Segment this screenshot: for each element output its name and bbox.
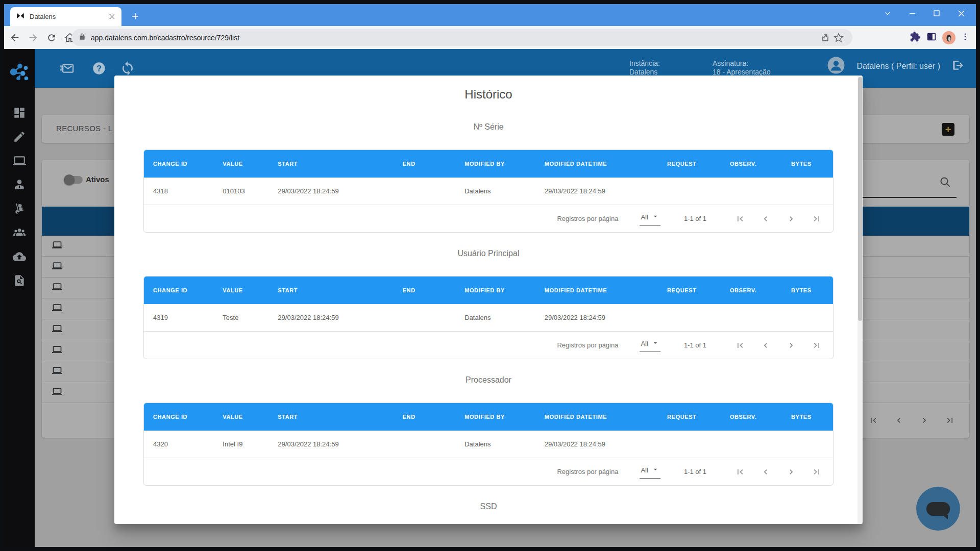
- column-header: BYTES: [782, 414, 833, 420]
- column-header: REQUEST: [658, 414, 721, 420]
- document-search-icon[interactable]: [13, 274, 26, 287]
- column-header: START: [268, 414, 393, 420]
- last-page-icon[interactable]: [812, 214, 822, 224]
- page-size-select[interactable]: All: [640, 212, 660, 226]
- extensions-puzzle-icon[interactable]: [910, 31, 921, 44]
- browser-window: Datalens app.datalens.com.br/cadastro/re…: [0, 0, 980, 551]
- browser-titlebar: Datalens: [4, 4, 976, 26]
- table-cell: 29/03/2022 18:24:59: [535, 314, 658, 321]
- column-header: BYTES: [782, 161, 833, 167]
- chevron-right-icon[interactable]: [786, 340, 796, 350]
- rows-per-page-label: Registros por página: [557, 341, 618, 349]
- sync-icon[interactable]: [119, 60, 136, 77]
- new-tab-button[interactable]: [129, 10, 142, 23]
- dashboard-icon[interactable]: [13, 106, 26, 119]
- last-page-icon[interactable]: [812, 467, 822, 477]
- column-header: OBSERV.: [721, 161, 782, 167]
- handtruck-icon[interactable]: [13, 202, 26, 215]
- tab-close-icon[interactable]: [107, 12, 116, 21]
- account-avatar-icon[interactable]: [827, 56, 845, 77]
- help-icon[interactable]: ?: [91, 60, 107, 77]
- column-header: CHANGE ID: [144, 287, 213, 293]
- column-header: MODIFIED DATETIME: [535, 161, 658, 167]
- historico-modal: Histórico Nº SérieCHANGE IDVALUESTARTEND…: [114, 76, 863, 524]
- browser-tab[interactable]: Datalens: [10, 7, 121, 26]
- column-header: BYTES: [782, 287, 833, 293]
- side-panel-icon[interactable]: [926, 31, 937, 44]
- table-row[interactable]: 4320Intel I929/03/2022 18:24:59Datalens2…: [144, 431, 833, 458]
- tab-title: Datalens: [30, 13, 107, 20]
- edit-pen-icon[interactable]: [13, 130, 26, 143]
- table-cell: 4320: [144, 440, 213, 448]
- last-page-icon[interactable]: [812, 340, 822, 350]
- table-pagination: Registros por páginaAll1-1 of 1: [144, 458, 833, 485]
- chevron-left-icon[interactable]: [761, 340, 771, 350]
- cloud-upload-icon[interactable]: [13, 250, 26, 263]
- table-row[interactable]: 4319Teste29/03/2022 18:24:59Datalens29/0…: [144, 304, 833, 332]
- column-header: VALUE: [213, 161, 268, 167]
- modal-scrollbar-thumb[interactable]: [858, 77, 862, 321]
- page-size-value: All: [641, 213, 648, 221]
- table-cell: 29/03/2022 18:24:59: [535, 440, 658, 448]
- section-title: Usuário Principal: [114, 248, 863, 259]
- address-bar[interactable]: app.datalens.com.br/cadastro/resource/72…: [71, 29, 852, 46]
- table-cell: 4318: [144, 187, 213, 195]
- column-header: START: [268, 161, 393, 167]
- assinatura-block: Assinatura: 18 - Apresentação: [713, 59, 771, 77]
- pagination-controls: [735, 340, 822, 350]
- table-cell: 29/03/2022 18:24:59: [268, 440, 393, 448]
- first-page-icon[interactable]: [735, 214, 745, 224]
- chevron-right-icon[interactable]: [786, 467, 796, 477]
- page-size-select[interactable]: All: [640, 339, 660, 352]
- tab-search-chevron-icon[interactable]: [882, 8, 893, 19]
- table-header-row: CHANGE IDVALUESTARTENDMODIFIED BYMODIFIE…: [144, 277, 833, 304]
- pagination-controls: [735, 214, 822, 224]
- column-header: END: [394, 414, 456, 420]
- table-cell: Datalens: [455, 314, 535, 321]
- column-header: CHANGE ID: [144, 161, 213, 167]
- kebab-menu-icon[interactable]: [961, 32, 970, 43]
- bookmark-star-icon[interactable]: [832, 31, 845, 44]
- chevron-right-icon[interactable]: [786, 214, 796, 224]
- page-range-label: 1-1 of 1: [684, 341, 706, 349]
- modal-scrollbar[interactable]: [857, 76, 863, 524]
- forward-icon[interactable]: [26, 30, 41, 45]
- dropdown-caret-icon: [651, 212, 659, 222]
- table-header-row: CHANGE IDVALUESTARTENDMODIFIED BYMODIFIE…: [144, 150, 833, 178]
- table-cell: 29/03/2022 18:24:59: [268, 187, 393, 195]
- table-cell: Intel I9: [213, 440, 268, 448]
- first-page-icon[interactable]: [735, 467, 745, 477]
- instancia-label: Instância:: [629, 59, 660, 68]
- browser-profile-avatar[interactable]: [942, 31, 955, 44]
- page-size-select[interactable]: All: [640, 465, 660, 479]
- person-icon[interactable]: [13, 178, 26, 191]
- table-header-row: CHANGE IDVALUESTARTENDMODIFIED BYMODIFIE…: [144, 403, 833, 431]
- share-icon[interactable]: [819, 31, 832, 44]
- people-group-icon[interactable]: [13, 226, 26, 239]
- rows-per-page-label: Registros por página: [557, 215, 618, 222]
- modal-title: Histórico: [114, 87, 863, 102]
- table-pagination: Registros por páginaAll1-1 of 1: [144, 205, 833, 232]
- back-icon[interactable]: [7, 30, 22, 45]
- column-header: END: [394, 287, 456, 293]
- app-sidebar: [4, 49, 35, 547]
- refresh-icon[interactable]: [44, 30, 59, 45]
- first-page-icon[interactable]: [735, 340, 745, 350]
- close-window-icon[interactable]: [955, 8, 967, 19]
- dropdown-caret-icon: [651, 465, 659, 475]
- profile-label: Datalens ( Perfil: user ): [856, 62, 940, 71]
- column-header: START: [268, 287, 393, 293]
- column-header: CHANGE ID: [144, 414, 213, 420]
- messages-icon[interactable]: [58, 60, 75, 77]
- maximize-window-icon[interactable]: [931, 8, 942, 19]
- chevron-left-icon[interactable]: [761, 467, 771, 477]
- chevron-left-icon[interactable]: [761, 214, 771, 224]
- table-row[interactable]: 431801010329/03/2022 18:24:59Datalens29/…: [144, 178, 833, 205]
- svg-text:?: ?: [96, 64, 102, 73]
- window-controls: [882, 4, 971, 22]
- column-header: MODIFIED BY: [455, 287, 535, 293]
- laptop-icon[interactable]: [13, 154, 26, 167]
- page-size-value: All: [641, 340, 648, 347]
- minimize-window-icon[interactable]: [906, 8, 918, 19]
- logout-icon[interactable]: [951, 59, 965, 74]
